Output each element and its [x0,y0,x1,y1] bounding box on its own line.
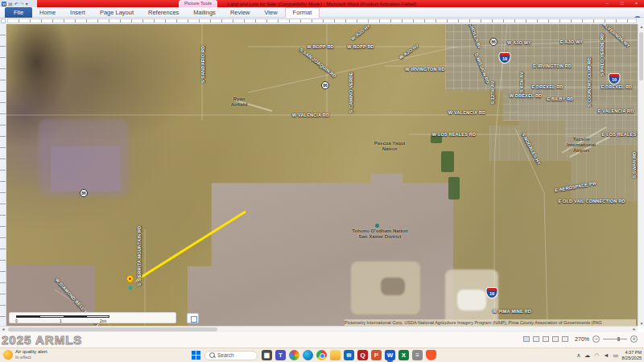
scale-bar [16,315,109,318]
scroll-up-icon[interactable]: ▲ [638,24,644,29]
restore-button[interactable]: □ [616,0,628,6]
road-label: S PALO VERDE RD [600,33,605,76]
road-label: S SAN JOAQUIN RD [299,47,337,78]
view-fullscreen-button[interactable] [533,336,539,342]
armls-watermark: 2025 ARMLS [2,333,82,347]
zoom-slider-knob[interactable] [617,337,620,341]
chevron-up-icon[interactable]: ∧ [576,352,580,360]
road-label: W AJO WY [507,40,531,45]
road-label: S MISSION RD [474,52,491,84]
tab-review[interactable]: Review [223,7,258,18]
tab-selector[interactable] [1,19,6,23]
tab-file[interactable]: File [5,7,32,18]
map-picture[interactable]: W AJO HYW BOPP RDW BOPP RDS SAN JOAQUIN … [6,24,638,326]
road-label: E IRVINGTON RD [533,64,572,68]
road-label: E DREXEL RD [601,84,632,89]
view-draft-button[interactable] [562,336,568,342]
explorer-icon[interactable] [330,350,341,360]
quicken-icon[interactable]: Q [357,350,368,360]
taskbar-clock[interactable]: 4:37 PM 8/25/2025 [622,350,642,361]
scroll-right-icon[interactable]: ► [631,327,638,331]
word-window: Land and Lots for Sale (Compatibility Mo… [0,0,644,362]
road-label: W VALENCIA RD [448,110,485,115]
scroll-down-icon[interactable]: ▼ [638,321,644,326]
zoom-in-button[interactable]: + [630,335,638,343]
road-label: W IRVINGTON RD [405,67,444,72]
horizontal-ruler[interactable] [0,18,644,24]
vertical-scroll-thumb[interactable] [639,32,643,80]
chrome-icon[interactable] [316,350,327,360]
clock-date: 8/25/2025 [622,356,642,361]
scroll-left-icon[interactable]: ◄ [0,327,6,331]
road-label: S SIERRITA MOUNTAIN RD [137,226,142,286]
road-label: E LOS REALES RD [602,132,638,137]
teams-icon[interactable]: T [275,350,286,360]
system-tray: ∧☁◠◄▭ [576,352,618,360]
vertical-ruler[interactable] [0,24,6,326]
place-label: Ryan Airfield [231,97,248,108]
view-web-layout-button[interactable] [543,336,549,342]
road-label: S LA CHOLLA BV [464,24,482,50]
windows-start-icon[interactable] [192,351,200,360]
redo-icon[interactable]: ↷ [20,2,24,6]
onedrive-icon[interactable]: ☁ [584,352,590,360]
powerpoint-icon[interactable]: P [371,350,382,360]
photos-icon[interactable] [289,350,299,360]
map-scale-box: 0 1 2mi [9,312,176,323]
road-label: E DREXEL RD [531,84,563,89]
map-labels-layer: W AJO HYW BOPP RDW BOPP RDS SAN JOAQUIN … [6,24,638,326]
horizontal-scrollbar[interactable]: ◄ ► [0,326,638,332]
scale-tick: 2mi [100,319,106,323]
road-label: S COUNTRY CLUB RD [587,57,592,107]
qat-customize-icon[interactable]: ▾ [26,2,28,6]
zoom-out-button[interactable]: − [592,335,600,343]
undo-icon[interactable]: ↶ [14,2,19,6]
road-label: E AJO WY [560,39,583,44]
taskbar: Air quality alert In effect Search ▦T✉QP… [0,348,644,362]
zoom-slider[interactable] [603,339,627,339]
ribbon-tab-row: FileHomeInsertPage LayoutReferencesMaili… [0,7,644,18]
road-label: W LOS REALES RD [432,132,476,137]
tab-mailings[interactable]: Mailings [186,7,223,18]
tab-insert[interactable]: Insert [63,7,93,18]
highway-86-shield-icon: 86 [489,38,497,46]
view-print-layout-button[interactable] [523,336,530,342]
brave-icon[interactable] [426,350,436,360]
road-label: S CAMINO VERDE [349,72,353,113]
word-app-icon: W [2,2,6,6]
search-box[interactable]: Search [204,351,258,360]
close-button[interactable]: × [630,0,642,6]
fax-icon[interactable]: ≡ [412,350,423,360]
tab-home[interactable]: Home [32,7,63,18]
weather-widget[interactable]: Air quality alert In effect [3,349,47,360]
zoom-level[interactable]: 270% [575,336,589,342]
place-label: Tohono O'odham Nation San Xavier Distric… [352,228,407,240]
tab-view[interactable]: View [257,7,284,18]
view-outline-button[interactable] [552,336,559,342]
map-attribution: Pictometry International Corp, USDA Nati… [345,319,636,326]
horizontal-scroll-thumb[interactable] [8,327,217,331]
edge-icon[interactable] [303,350,313,360]
save-icon[interactable]: ▤ [8,2,13,6]
word-icon[interactable]: W [385,350,395,360]
title-bar: Land and Lots for Sale (Compatibility Mo… [0,0,644,7]
minimize-button[interactable]: – [601,0,613,6]
road-label: W BOPP RD [307,44,333,49]
road-label: W PIMA MINE RD [493,309,531,314]
scale-tick: 1 [60,319,62,323]
window-controls: – □ × [601,0,642,6]
map-control-button[interactable] [187,313,199,323]
battery-icon[interactable]: ▭ [613,352,618,360]
place-label: Pascua Yaqui Nation [374,141,406,152]
road-label: W DREXEL RD [510,93,543,98]
excel-icon[interactable]: X [398,350,409,360]
tab-page-layout[interactable]: Page Layout [93,7,141,18]
volume-icon[interactable]: ◄ [603,352,609,360]
tab-references[interactable]: References [141,7,186,18]
network-icon[interactable]: ◠ [594,352,599,360]
mail-icon[interactable]: ✉ [344,350,354,360]
tab-format[interactable]: Format [285,7,320,18]
chart-icon[interactable]: ▦ [262,350,272,360]
road-label: S NOGALES HY [521,132,542,166]
vertical-scrollbar[interactable]: ▲ ▼ [638,24,644,326]
